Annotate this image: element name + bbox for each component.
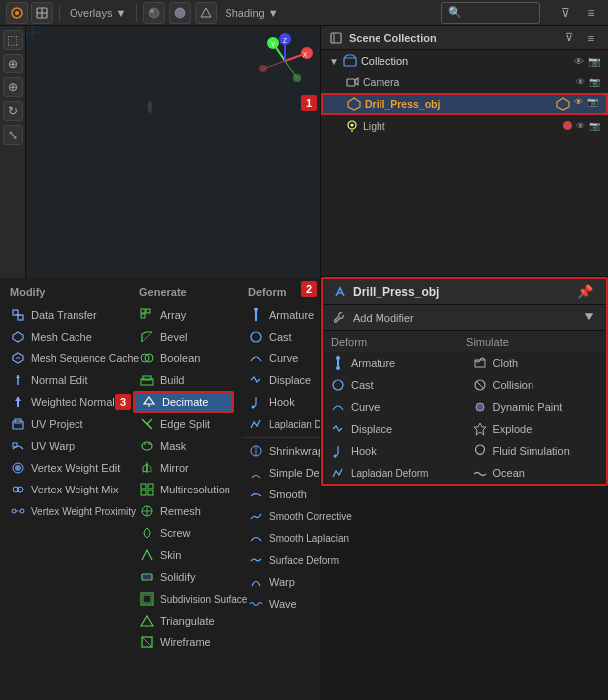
camera-render-icon[interactable]: 📷 [589,77,600,87]
viewport-type-btn[interactable] [31,2,53,24]
simulate-col-header: Simulate [466,336,509,348]
cloth-item[interactable]: Cloth [465,352,607,374]
rotate-btn[interactable]: ↻ [3,101,23,121]
mirror-item[interactable]: Mirror [133,457,234,479]
viewport-canvas[interactable]: ⬚ ⊕ ⊕ ↻ ⤡ [0,26,608,278]
curve-item[interactable]: Curve [323,396,465,418]
screw-item[interactable]: Screw [133,522,234,544]
smooth-corrective-item[interactable]: Smooth Corrective [242,505,358,527]
label-3: 3 [115,394,131,410]
drill-eye-icon[interactable]: 👁 [574,97,583,111]
data-transfer-item[interactable]: Data Transfer [4,304,125,326]
svg-rect-71 [141,309,145,313]
properties-panel: 2 Drill_Press_obj 📌 Add Modifier Deform … [320,276,608,486]
light-status-icon [563,121,572,130]
filter-btn[interactable]: ⊽ [554,2,576,24]
screw-label: Screw [160,527,191,539]
viewport-gizmo[interactable]: X Y Z [255,31,315,90]
viewport-area: Overlays ▼ Shading ▼ 🔍 ⊽ ≡ ⬚ ⊕ ⊕ ↻ [0,0,608,278]
camera-item[interactable]: Camera 👁 📷 [321,71,608,93]
move-btn[interactable]: ⊕ [3,77,23,97]
weighted-normal-item[interactable]: Weighted Normal [4,391,125,413]
hook-item[interactable]: Hook [323,440,465,462]
collision-item[interactable]: Collision [465,374,607,396]
edge-split-item[interactable]: Edge Split [133,413,234,435]
eye-icon[interactable]: 👁 [574,56,584,67]
material-preview-btn[interactable] [143,2,165,24]
uv-project-item[interactable]: UV Project [4,413,125,435]
cast-item[interactable]: Cast [323,374,465,396]
add-modifier-row[interactable]: Add Modifier [323,305,606,331]
uv-warp-item[interactable]: UV Warp [4,435,125,457]
drill-item[interactable]: Drill_Press_obj 👁 📷 [321,93,608,115]
smooth-item[interactable]: Smooth [242,484,358,505]
decimate-item[interactable]: Decimate [133,391,234,413]
dynamic-paint-item[interactable]: Dynamic Paint [465,396,607,418]
cloth-label: Cloth [493,357,519,369]
fluid-label: Fluid Simulation [493,445,570,457]
mask-item[interactable]: Mask [133,435,234,457]
scale-btn[interactable]: ⤡ [3,125,23,145]
vw-edit-item[interactable]: Vertex Weight Edit [4,457,125,479]
vw-mix-item[interactable]: Vertex Weight Mix [4,479,125,500]
solidify-item[interactable]: Solidify [133,566,234,588]
light-eye-icon[interactable]: 👁 [576,121,585,131]
wireframe-item[interactable]: Wireframe [133,631,234,653]
mesh-cache-item[interactable]: Mesh Cache [4,326,125,348]
vw-proximity-item[interactable]: Vertex Weight Proximity [4,500,125,522]
explode-item[interactable]: Explode [465,418,607,440]
overlays-label: Overlays ▼ [70,7,126,19]
bevel-item[interactable]: Bevel [133,326,234,348]
mesh-seq-cache-item[interactable]: Mesh Sequence Cache [4,348,125,369]
light-item[interactable]: Light 👁 📷 [321,115,608,137]
subdivision-item[interactable]: Subdivision Surface [133,588,234,610]
boolean-item[interactable]: Boolean [133,348,234,369]
light-render-icon[interactable]: 📷 [589,121,600,131]
triangulate-label: Triangulate [160,615,215,627]
shading-btn[interactable]: Shading ▼ [221,5,282,21]
svg-marker-8 [201,8,211,17]
laplacian-item[interactable]: Laplacian Deform [323,462,465,484]
svg-rect-97 [143,595,151,603]
armature-item[interactable]: Armature [323,352,465,374]
props-header: Drill_Press_obj 📌 [323,279,606,305]
svg-marker-33 [355,78,358,85]
outliner-filter-btn[interactable]: ⊽ [560,29,578,47]
smooth-laplacian-item[interactable]: Smooth Laplacian [242,527,358,549]
drill-render-icon[interactable]: 📷 [587,97,598,111]
pin-btn[interactable]: 📌 [574,281,596,303]
wireframe-label: Wireframe [160,636,211,648]
menu-columns-wrapper: Modify Data Transfer Mesh Cache Mesh Seq… [0,278,320,700]
displace-item[interactable]: Displace [323,418,465,440]
multiresolution-item[interactable]: Multiresolution [133,479,234,500]
build-item[interactable]: Build [133,369,234,391]
sync-btn[interactable]: ≡ [580,2,602,24]
blender-menu-btn[interactable] [6,2,28,24]
skin-item[interactable]: Skin [133,544,234,566]
overlays-btn[interactable]: Overlays ▼ [66,5,130,21]
cursor-btn[interactable]: ⊕ [3,54,23,73]
warp-icon [248,574,264,590]
remesh-item[interactable]: Remesh [133,500,234,522]
surface-deform-item[interactable]: Surface Deform [242,549,358,571]
drill-item-wrapper: Drill_Press_obj 👁 📷 1 [321,93,608,115]
warp-item[interactable]: Warp [242,571,358,593]
select-box-btn[interactable]: ⬚ [3,30,23,50]
rendered-btn[interactable] [169,2,191,24]
fluid-sim-item[interactable]: Fluid Simulation [465,440,607,462]
ocean-item[interactable]: Ocean [465,462,607,484]
collision-label: Collision [493,379,534,391]
array-item[interactable]: Array [133,304,234,326]
generate-column: Generate Array Bevel Boolean [129,278,238,700]
collection-item[interactable]: ▼ Collection 👁 📷 [321,50,608,71]
wave-item[interactable]: Wave [242,593,358,615]
normal-edit-item[interactable]: Normal Edit [4,369,125,391]
wireframe-btn[interactable] [195,2,217,24]
camera-icon[interactable]: 📷 [588,56,600,67]
outliner-sync-btn[interactable]: ≡ [582,29,600,47]
svg-point-5 [149,8,159,18]
mesh-cache-label: Mesh Cache [31,331,92,343]
search-btn[interactable]: 🔍 [441,2,540,24]
camera-eye-icon[interactable]: 👁 [576,77,585,87]
triangulate-item[interactable]: Triangulate [133,610,234,631]
